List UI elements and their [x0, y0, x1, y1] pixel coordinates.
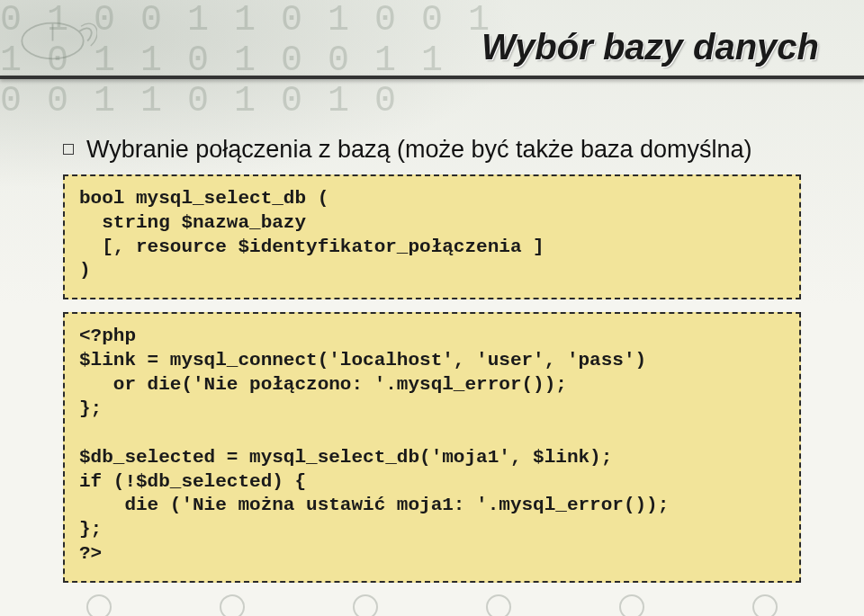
- circle-icon: [486, 594, 511, 616]
- square-bullet-icon: [63, 144, 74, 155]
- bullet-item: Wybranie połączenia z bazą (może być tak…: [63, 135, 801, 165]
- circle-icon: [353, 594, 378, 616]
- title-underline: [0, 76, 864, 79]
- footer-decoration: [0, 585, 864, 611]
- slide: 0 1 0 0 1 1 0 1 0 0 1 1 0 1 1 0 1 0 0 1 …: [0, 0, 864, 616]
- circle-icon: [86, 594, 112, 616]
- circle-icon: [619, 594, 644, 616]
- circle-icon: [220, 594, 245, 616]
- bullet-text: Wybranie połączenia z bazą (może być tak…: [86, 135, 752, 165]
- content-area: Wybranie połączenia z bazą (może być tak…: [63, 135, 801, 583]
- code-text: <?php $link = mysql_connect('localhost',…: [79, 325, 785, 567]
- bg-row: 0 0 1 1 0 1 0 1 0: [0, 81, 864, 121]
- code-text: bool mysql_select_db ( string $nazwa_baz…: [79, 187, 785, 284]
- code-box-example: <?php $link = mysql_connect('localhost',…: [63, 312, 801, 583]
- slide-title: Wybór bazy danych: [482, 27, 819, 67]
- title-band: Wybór bazy danych: [0, 27, 864, 67]
- code-box-signature: bool mysql_select_db ( string $nazwa_baz…: [63, 174, 801, 300]
- circle-icon: [752, 594, 778, 616]
